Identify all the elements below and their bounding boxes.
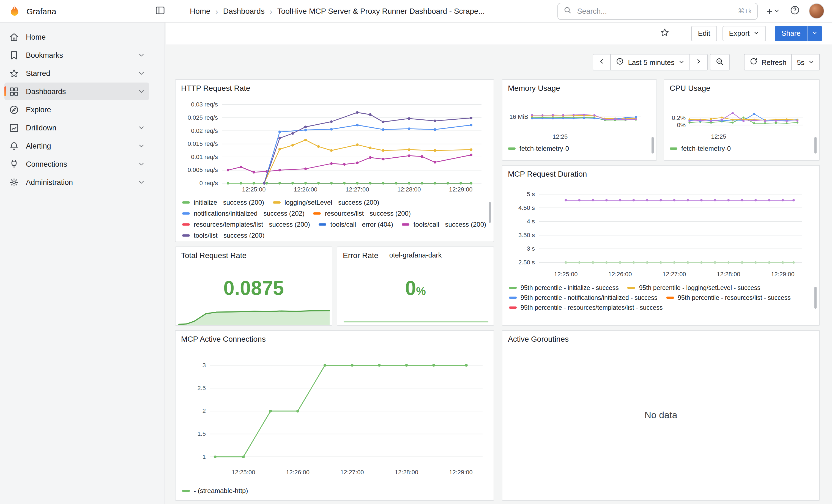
sidebar-item-connections[interactable]: Connections	[4, 155, 149, 173]
svg-text:12:29:00: 12:29:00	[449, 469, 473, 476]
svg-text:1.5: 1.5	[197, 430, 206, 437]
chevron-down-icon[interactable]	[138, 124, 145, 131]
user-avatar[interactable]	[809, 3, 824, 19]
share-menu-button[interactable]	[807, 26, 822, 41]
breadcrumb-item[interactable]: Dashboards	[223, 7, 265, 16]
compass-icon	[9, 104, 19, 115]
legend-item[interactable]: 95th percentile - resources/list - succe…	[666, 294, 790, 301]
sidebar-item-home[interactable]: Home	[4, 28, 149, 46]
sidebar-item-bookmarks[interactable]: Bookmarks	[4, 46, 149, 64]
legend-item[interactable]: fetch-telemetry-0	[508, 145, 569, 152]
chevron-left-icon	[598, 58, 605, 67]
favorite-star-button[interactable]	[658, 26, 672, 41]
grafana-app: Grafana Home›Dashboards›ToolHive MCP Ser…	[0, 0, 832, 504]
legend-item[interactable]: notifications/initialized - success (202…	[182, 210, 305, 217]
svg-text:12:25: 12:25	[711, 133, 726, 140]
sidebar-item-label: Starred	[26, 69, 131, 77]
legend-color-dash	[666, 297, 674, 299]
sidebar-item-alerting[interactable]: Alerting	[4, 137, 149, 155]
legend-item[interactable]: - (streamable-http)	[182, 487, 248, 495]
legend-item[interactable]: 95th percentile - logging/setLevel - suc…	[628, 285, 760, 291]
chevron-down-icon[interactable]	[138, 52, 145, 58]
breadcrumb-item[interactable]: Home	[190, 7, 210, 16]
mcp-active-connections-chart: 11.522.5312:25:0012:26:0012:27:0012:28:0…	[177, 347, 491, 481]
time-back-button[interactable]	[593, 54, 611, 71]
legend-item[interactable]: 95th percentile - resources/templates/li…	[509, 304, 662, 311]
panel-mcp-active-connections: MCP Active Connections 11.522.5312:25:00…	[175, 330, 494, 501]
refresh-group: Refresh 5s	[744, 54, 820, 71]
svg-text:4 s: 4 s	[527, 218, 535, 225]
zoom-out-button[interactable]	[709, 54, 729, 71]
legend-color-dash	[670, 148, 677, 150]
share-button-group: Share	[775, 26, 822, 41]
legend-scrollbar[interactable]	[489, 202, 491, 223]
sidebar-item-administration[interactable]: Administration	[4, 173, 149, 191]
legend-item[interactable]: tools/list - success (200)	[182, 232, 264, 238]
panel-error-rate: Error Rate otel-grafana-dark 0%	[337, 246, 494, 326]
legend-scrollbar[interactable]	[814, 287, 816, 309]
chevron-down-icon[interactable]	[138, 161, 145, 167]
svg-text:0.2%: 0.2%	[672, 114, 686, 121]
breadcrumb-item[interactable]: ToolHive MCP Server & Proxy Runner Dashb…	[277, 7, 485, 16]
grafana-logo[interactable]	[8, 4, 22, 18]
panel-title[interactable]: MCP Active Connections	[181, 335, 266, 343]
svg-text:0.005 req/s: 0.005 req/s	[188, 166, 218, 173]
svg-text:12:27:00: 12:27:00	[340, 469, 364, 476]
search-box[interactable]: ⌘+k	[557, 2, 758, 20]
svg-text:12:25:00: 12:25:00	[232, 469, 255, 476]
legend-label: 95th percentile - initialize - success	[521, 285, 619, 291]
chevron-down-icon[interactable]	[138, 88, 145, 95]
panel-title[interactable]: CPU Usage	[670, 84, 710, 92]
sidebar-toggle-button[interactable]	[153, 4, 167, 18]
chevron-down-icon[interactable]	[138, 70, 145, 77]
legend-label: 95th percentile - resources/templates/li…	[521, 304, 662, 311]
legend-color-dash	[182, 223, 190, 226]
svg-text:0.03 req/s: 0.03 req/s	[191, 101, 218, 108]
panel-title[interactable]: MCP Request Duration	[508, 169, 587, 178]
legend-item[interactable]: initialize - success (200)	[182, 198, 264, 206]
nav-right-actions: ⌘+k +	[557, 0, 824, 22]
sidebar-item-dashboards[interactable]: Dashboards	[4, 82, 149, 100]
time-range-picker[interactable]: Last 5 minutes	[611, 54, 690, 71]
svg-text:12:28:00: 12:28:00	[397, 186, 421, 193]
chevron-down-icon[interactable]	[138, 142, 145, 149]
legend-item[interactable]: fetch-telemetry-0	[670, 145, 731, 152]
refresh-button[interactable]: Refresh	[744, 54, 792, 71]
export-button[interactable]: Export	[722, 26, 766, 41]
star-icon	[660, 27, 670, 39]
legend-item[interactable]: 95th percentile - notifications/initiali…	[509, 294, 657, 301]
sidebar-item-explore[interactable]: Explore	[4, 101, 149, 118]
panel-title[interactable]: Memory Usage	[508, 84, 560, 92]
legend-item[interactable]: resources/list - success (200)	[313, 210, 411, 217]
svg-text:12:25:00: 12:25:00	[554, 271, 578, 277]
panel-title[interactable]: Total Request Rate	[181, 251, 246, 260]
legend-scrollbar[interactable]	[651, 137, 654, 154]
add-button[interactable]: +	[765, 5, 781, 17]
panel-annotation: otel-grafana-dark	[337, 251, 494, 259]
time-forward-button[interactable]	[690, 54, 707, 71]
chart-legend: fetch-telemetry-0	[670, 145, 731, 152]
legend-item[interactable]: tools/call - error (404)	[319, 221, 393, 228]
search-input[interactable]	[576, 6, 733, 16]
sidebar-item-starred[interactable]: Starred	[4, 64, 149, 82]
sidebar-item-drilldown[interactable]: Drilldown	[4, 119, 149, 136]
help-button[interactable]	[788, 4, 801, 18]
refresh-interval-picker[interactable]: 5s	[792, 54, 820, 71]
drilldown-icon	[9, 123, 19, 133]
legend-item[interactable]: resources/templates/list - success (200)	[182, 221, 310, 228]
legend-item[interactable]: tools/call - success (200)	[402, 221, 486, 228]
share-button[interactable]: Share	[775, 26, 807, 41]
svg-text:3: 3	[203, 362, 206, 369]
legend-label: tools/call - success (200)	[414, 221, 486, 228]
chevron-right-icon	[695, 58, 702, 67]
legend-item[interactable]: 95th percentile - initialize - success	[509, 285, 619, 291]
legend-label: resources/templates/list - success (200)	[194, 221, 310, 228]
chevron-down-icon[interactable]	[138, 179, 145, 185]
chevron-down-icon	[808, 58, 814, 66]
legend-item[interactable]: logging/setLevel - success (200)	[273, 198, 379, 206]
legend-scrollbar[interactable]	[814, 137, 816, 154]
edit-button[interactable]: Edit	[692, 26, 717, 41]
panel-title[interactable]: HTTP Request Rate	[181, 84, 250, 92]
panel-title[interactable]: Active Goroutines	[508, 335, 569, 343]
chevron-down-icon	[774, 7, 780, 15]
